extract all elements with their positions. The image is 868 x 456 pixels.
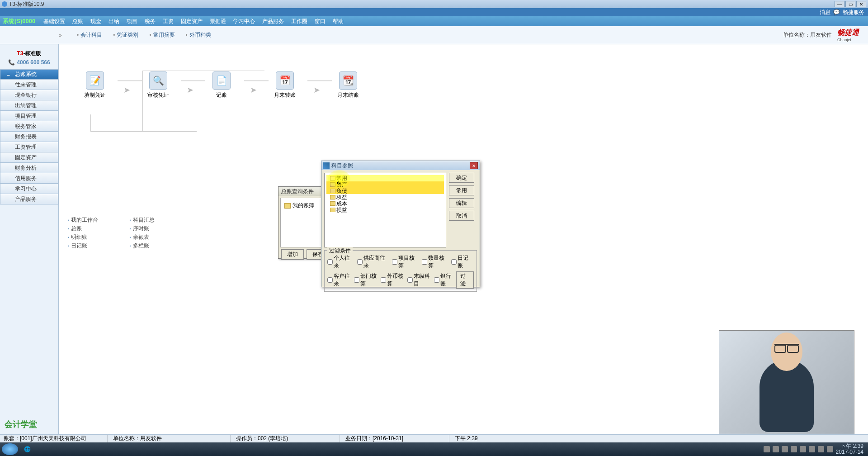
tray-icon[interactable]: [791, 446, 797, 452]
sidebar-item-ar[interactable]: 往来管理: [0, 80, 58, 90]
minimize-button[interactable]: —: [835, 1, 844, 7]
subject-tree[interactable]: 常用 资产 负债 权益 成本 损益: [324, 173, 446, 247]
chk-dept[interactable]: 部门核算: [354, 272, 379, 288]
tab-common-summary[interactable]: •常用摘要: [145, 29, 179, 41]
dialog-close-button[interactable]: ✕: [470, 162, 478, 169]
menu-asset[interactable]: 固定资产: [177, 17, 206, 26]
chanjet-logo: 畅捷通: [837, 28, 859, 36]
chk-bank[interactable]: 银行账: [434, 272, 454, 288]
menubar-brand: 系统(S)0000: [3, 17, 35, 25]
tray-icon[interactable]: [782, 446, 788, 452]
menu-project[interactable]: 项目: [123, 17, 141, 26]
menu-bill[interactable]: 票据通: [206, 17, 230, 26]
top-notify-bar: 消息 💬 畅捷服务: [0, 8, 868, 16]
chk-customer[interactable]: 客户往来: [327, 272, 352, 288]
menu-salary[interactable]: 工资: [159, 17, 177, 26]
menu-learn[interactable]: 学习中心: [230, 17, 259, 26]
link-workbench[interactable]: 我的工作台: [68, 216, 98, 224]
filter-group: 过滤条件 个人往来 供应商往来 项目核算 数量核算 日记账 客户往来 部门核算 …: [324, 250, 477, 292]
chk-supplier[interactable]: 供应商往来: [357, 254, 391, 270]
tree-item-liability[interactable]: 负债: [326, 188, 444, 194]
sidebar-item-gl[interactable]: 总账系统: [0, 69, 58, 80]
btn-common[interactable]: 常用: [449, 185, 474, 195]
sidebar-item-tax[interactable]: 税务管家: [0, 121, 58, 132]
sidebar-item-credit[interactable]: 信用服务: [0, 173, 58, 184]
tray-icon[interactable]: [827, 446, 833, 452]
sidebar-bottom-brand: 会计学堂: [0, 414, 58, 434]
tray-icon[interactable]: [773, 446, 779, 452]
tab-voucher-type[interactable]: •凭证类别: [108, 29, 143, 41]
collapse-toggle[interactable]: »: [59, 32, 68, 38]
start-button[interactable]: [2, 443, 18, 455]
webcam-person: [760, 360, 814, 432]
close-button[interactable]: ✕: [856, 1, 866, 7]
notify-bubble-icon: 💬: [833, 9, 840, 15]
maximize-button[interactable]: ▭: [845, 1, 855, 7]
tray-icon[interactable]: [809, 446, 815, 452]
tree-item-pl[interactable]: 损益: [326, 207, 444, 213]
sidebar-logo: T3-标准版 📞4006 600 566: [0, 44, 58, 69]
window-titlebar: T3-标准版10.9 — ▭ ✕: [0, 0, 868, 8]
notify-msg-link[interactable]: 消息: [820, 9, 830, 16]
chk-fx[interactable]: 外币核算: [381, 272, 406, 288]
link-subject-summary[interactable]: 科目汇总: [130, 216, 155, 224]
arrow-icon: ———➤: [244, 76, 262, 95]
sidebar-item-asset[interactable]: 固定资产: [0, 152, 58, 163]
sidebar-item-learn[interactable]: 学习中心: [0, 184, 58, 194]
wf-month-transfer[interactable]: 📅月末转账: [271, 71, 298, 99]
arrow-icon: ———➤: [118, 76, 136, 95]
chk-personal[interactable]: 个人往来: [327, 254, 355, 270]
tray-icon[interactable]: [818, 446, 824, 452]
link-balance[interactable]: 余额表: [130, 233, 155, 241]
menu-window[interactable]: 窗口: [311, 17, 329, 26]
link-gl[interactable]: 总账: [68, 225, 98, 233]
wf-audit-voucher[interactable]: 🔍审核凭证: [145, 71, 172, 99]
menu-help[interactable]: 帮助: [329, 17, 347, 26]
wf-month-close[interactable]: 📆月末结账: [335, 71, 362, 99]
menu-basic[interactable]: 基础设置: [40, 17, 69, 26]
link-detail[interactable]: 明细账: [68, 233, 98, 241]
dialog-titlebar[interactable]: 科目参照 ✕: [321, 161, 480, 170]
link-journal[interactable]: 日记账: [68, 242, 98, 250]
chk-project[interactable]: 项目核算: [392, 254, 420, 270]
menu-tax[interactable]: 税务: [141, 17, 159, 26]
sidebar-item-product[interactable]: 产品服务: [0, 194, 58, 204]
wf-post[interactable]: 📄记账: [208, 71, 235, 99]
folder-icon: [330, 201, 335, 206]
taskbar-ie-icon[interactable]: 🌐: [18, 443, 36, 455]
btn-edit[interactable]: 编辑: [449, 198, 474, 208]
sidebar-item-cashier[interactable]: 出纳管理: [0, 100, 58, 111]
tab-account-subject[interactable]: •会计科目: [72, 29, 107, 41]
btn-ok[interactable]: 确定: [449, 173, 474, 183]
sidebar: T3-标准版 📞4006 600 566 总账系统 往来管理 现金银行 出纳管理…: [0, 44, 59, 434]
folder-open-icon: [330, 176, 335, 180]
notify-service-link[interactable]: 畅捷服务: [843, 9, 864, 16]
tab-foreign-currency[interactable]: •外币种类: [181, 29, 216, 41]
menu-cash[interactable]: 现金: [87, 17, 105, 26]
menu-workcircle[interactable]: 工作圈: [288, 17, 311, 26]
sidebar-item-cashbank[interactable]: 现金银行: [0, 90, 58, 100]
folder-icon: [330, 208, 335, 212]
btn-filter[interactable]: 过滤: [456, 271, 474, 289]
link-multi[interactable]: 多栏账: [130, 242, 155, 250]
tray-icon[interactable]: [800, 446, 806, 452]
folder-icon: [330, 195, 335, 200]
chk-journal[interactable]: 日记账: [451, 254, 474, 270]
btn-cancel[interactable]: 取消: [449, 211, 474, 221]
transfer-icon: 📅: [276, 71, 294, 90]
sidebar-item-salary[interactable]: 工资管理: [0, 142, 58, 152]
sidebar-item-analysis[interactable]: 财务分析: [0, 163, 58, 173]
chk-leaf[interactable]: 末级科目: [407, 272, 432, 288]
sidebar-item-report[interactable]: 财务报表: [0, 132, 58, 142]
menu-product[interactable]: 产品服务: [259, 17, 288, 26]
menu-cashier[interactable]: 出纳: [105, 17, 123, 26]
link-chrono[interactable]: 序时账: [130, 225, 155, 233]
btn-add[interactable]: 增加: [281, 249, 304, 260]
taskbar-clock[interactable]: 下午 2:39 2017-07-14: [836, 443, 863, 455]
chk-qty[interactable]: 数量核算: [422, 254, 450, 270]
sidebar-item-project[interactable]: 项目管理: [0, 111, 58, 121]
tray-icon[interactable]: [764, 446, 770, 452]
post-icon: 📄: [212, 71, 231, 90]
wf-create-voucher[interactable]: 📝填制凭证: [81, 71, 108, 99]
menu-gl[interactable]: 总账: [69, 17, 87, 26]
